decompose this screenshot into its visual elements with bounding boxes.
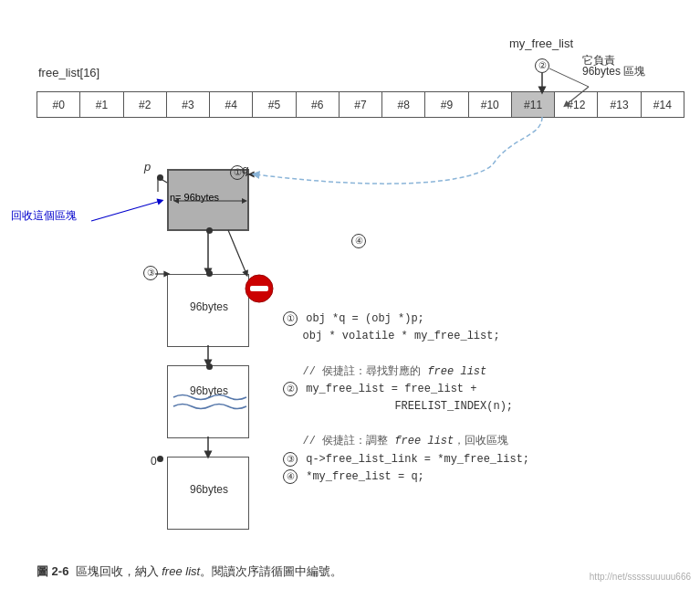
mem-segment-2: 96bytes xyxy=(167,365,249,438)
figure-caption: 圖 2-6 區塊回收，納入 free list。閱讀次序請循圖中編號。 xyxy=(37,563,342,580)
dot-seg2-top xyxy=(206,363,213,370)
code-comment-2: // 侯捷註：調整 free list，回收區塊 xyxy=(283,433,529,450)
seg1-label: 96bytes xyxy=(168,300,250,313)
code-line-5: ③ q->free_list_link = *my_free_list; xyxy=(283,451,529,468)
array-cell-1: #1 xyxy=(80,92,123,118)
dot-zero xyxy=(157,456,163,462)
dot-p xyxy=(157,174,163,181)
code-line-6: ④ *my_free_list = q; xyxy=(283,468,529,486)
no-entry-sign xyxy=(245,274,274,303)
p-label: p xyxy=(144,160,151,174)
circle3: ③ xyxy=(143,265,160,280)
array-cell-8: #8 xyxy=(382,92,425,118)
mem-segment-3: 96bytes xyxy=(167,457,249,530)
array-cell-3: #3 xyxy=(166,92,209,118)
seg2-label: 96bytes xyxy=(168,384,250,397)
code-line-2: obj * volatile * my_free_list; xyxy=(283,328,529,345)
recycle-label: 回收這個區塊 xyxy=(11,208,77,224)
array-cell-10: #10 xyxy=(468,92,511,118)
dot-seg1-top xyxy=(206,270,213,277)
array-cell-0: #0 xyxy=(37,92,80,118)
code-block: ① obj *q = (obj *)p; obj * volatile * my… xyxy=(283,310,529,486)
circle2-myfree: ② xyxy=(535,58,551,73)
code-line-1: ① obj *q = (obj *)p; xyxy=(283,310,529,328)
dot-q xyxy=(206,227,213,234)
seg3-label: 96bytes xyxy=(168,483,250,496)
bytes-label: 96bytes 區塊 xyxy=(582,64,645,79)
array-cell-12: #12 xyxy=(555,92,598,118)
array-cell-14: #14 xyxy=(641,92,684,118)
svg-line-9 xyxy=(228,230,246,274)
svg-rect-1 xyxy=(250,286,268,291)
code-line-3: ② my_free_list = free_list + xyxy=(283,381,529,398)
circle4: ④ xyxy=(351,233,368,248)
array-cell-6: #6 xyxy=(296,92,339,118)
array-cell-9: #9 xyxy=(425,92,468,118)
array-cell-2: #2 xyxy=(123,92,166,118)
code-comment-1: // 侯捷註：尋找對應的 free list xyxy=(283,363,529,381)
watermark: http://net/sssssuuuuu666 xyxy=(590,572,691,582)
zero-label: 0 xyxy=(151,455,157,468)
array-cell-13: #13 xyxy=(598,92,641,118)
arrows-overlay xyxy=(0,0,700,589)
svg-line-13 xyxy=(91,201,161,221)
my-free-list-label: my_free_list xyxy=(509,37,573,50)
q-label: q xyxy=(242,163,248,176)
array-cell-4: #4 xyxy=(210,92,253,118)
array-cell-5: #5 xyxy=(253,92,296,118)
mem-segment-1: 96bytes xyxy=(167,274,249,347)
array-cell-7: #7 xyxy=(339,92,381,118)
free-list-label: free_list[16] xyxy=(38,66,99,79)
array-cell-11: #11 xyxy=(511,92,554,118)
n-label: n= 96bytes xyxy=(170,192,219,203)
free-list-array: #0#1#2#3#4#5#6#7#8#9#10#11#12#13#14 xyxy=(37,91,684,118)
code-line-4: FREELIST_INDEX(n); xyxy=(283,398,529,415)
